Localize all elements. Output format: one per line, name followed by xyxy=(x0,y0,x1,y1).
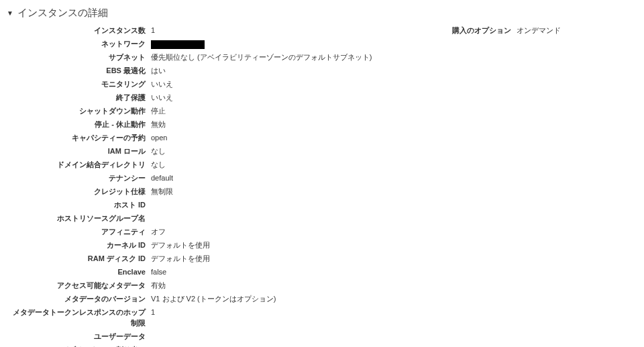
detail-row: Enclavefalse xyxy=(7,266,449,277)
detail-label: テナンシー xyxy=(7,172,151,183)
detail-row: テナンシーdefault xyxy=(7,172,449,183)
detail-label: モニタリング xyxy=(7,79,151,89)
detail-value: 無制限 xyxy=(151,186,449,197)
detail-label: EBS 最適化 xyxy=(7,65,151,76)
detail-value: はい xyxy=(151,65,449,76)
detail-row: メタデータのバージョンV1 および V2 (トークンはオプション) xyxy=(7,293,449,304)
detail-row: ホスト ID xyxy=(7,199,449,210)
detail-value: なし xyxy=(151,159,449,170)
detail-label: アフィニティ xyxy=(7,226,151,237)
detail-row: パブリック IP の割り当てはい xyxy=(7,344,449,347)
detail-label: RAM ディスク ID xyxy=(7,253,151,264)
detail-value: open xyxy=(151,132,449,143)
detail-value: false xyxy=(151,266,449,277)
detail-value: はい xyxy=(151,344,449,347)
detail-row: ユーザーデータ xyxy=(7,331,449,342)
detail-value: 1 xyxy=(151,25,449,36)
detail-label: 停止 - 休止動作 xyxy=(7,119,151,130)
detail-label: サブネット xyxy=(7,52,151,62)
detail-row: ドメイン結合ディレクトリなし xyxy=(7,159,449,170)
details-column-side: 購入のオプション オンデマンド xyxy=(449,25,637,347)
detail-value: いいえ xyxy=(151,92,449,103)
collapse-triangle-icon: ▼ xyxy=(7,9,13,17)
detail-label: ドメイン結合ディレクトリ xyxy=(7,159,151,170)
detail-row: クレジット仕様無制限 xyxy=(7,186,449,197)
detail-value: なし xyxy=(151,146,449,156)
detail-row: モニタリングいいえ xyxy=(7,79,449,89)
detail-row: インスタンス数1 xyxy=(7,25,449,36)
detail-row: 停止 - 休止動作無効 xyxy=(7,119,449,130)
purchase-option-value: オンデマンド xyxy=(517,25,637,36)
detail-label: シャットダウン動作 xyxy=(7,105,151,116)
detail-label: キャパシティーの予約 xyxy=(7,132,151,143)
detail-row: カーネル IDデフォルトを使用 xyxy=(7,240,449,250)
section-title: インスタンスの詳細 xyxy=(17,7,108,19)
details-grid: インスタンス数1ネットワークサブネット優先順位なし (アベイラビリティーゾーンの… xyxy=(7,25,637,347)
detail-label: ホスト ID xyxy=(7,199,151,210)
detail-label: インスタンス数 xyxy=(7,25,151,36)
detail-row: サブネット優先順位なし (アベイラビリティーゾーンのデフォルトサブネット) xyxy=(7,52,449,62)
detail-value: デフォルトを使用 xyxy=(151,253,449,264)
detail-value: 停止 xyxy=(151,105,449,116)
detail-value: default xyxy=(151,172,449,183)
detail-value: 1 xyxy=(151,307,449,317)
detail-row: キャパシティーの予約open xyxy=(7,132,449,143)
detail-value: 優先順位なし (アベイラビリティーゾーンのデフォルトサブネット) xyxy=(151,52,449,62)
redacted-value xyxy=(151,40,205,49)
detail-label: 終了保護 xyxy=(7,92,151,103)
detail-label: ホストリソースグループ名 xyxy=(7,213,151,224)
detail-label: メタデータのバージョン xyxy=(7,293,151,304)
detail-label: クレジット仕様 xyxy=(7,186,151,197)
detail-value: 無効 xyxy=(151,119,449,130)
detail-row: アフィニティオフ xyxy=(7,226,449,237)
detail-row: シャットダウン動作停止 xyxy=(7,105,449,116)
detail-row: EBS 最適化はい xyxy=(7,65,449,76)
detail-row: RAM ディスク IDデフォルトを使用 xyxy=(7,253,449,264)
detail-row: ホストリソースグループ名 xyxy=(7,213,449,224)
instance-details-header[interactable]: ▼ インスタンスの詳細 xyxy=(7,7,637,19)
detail-value: デフォルトを使用 xyxy=(151,240,449,250)
purchase-option-label: 購入のオプション xyxy=(449,25,517,36)
details-column-main: インスタンス数1ネットワークサブネット優先順位なし (アベイラビリティーゾーンの… xyxy=(7,25,449,347)
detail-label: カーネル ID xyxy=(7,240,151,250)
detail-row: メタデータトークンレスポンスのホップ制限1 xyxy=(7,307,449,328)
detail-row: 終了保護いいえ xyxy=(7,92,449,103)
detail-row: アクセス可能なメタデータ有効 xyxy=(7,280,449,291)
detail-label: Enclave xyxy=(7,266,151,277)
detail-label: メタデータトークンレスポンスのホップ制限 xyxy=(7,307,151,328)
instance-details-section: ▼ インスタンスの詳細 インスタンス数1ネットワークサブネット優先順位なし (ア… xyxy=(0,0,644,347)
detail-label: ネットワーク xyxy=(7,38,151,49)
detail-label: アクセス可能なメタデータ xyxy=(7,280,151,291)
detail-row: IAM ロールなし xyxy=(7,146,449,156)
detail-value: いいえ xyxy=(151,79,449,89)
detail-value: V1 および V2 (トークンはオプション) xyxy=(151,293,449,304)
detail-value xyxy=(151,38,449,49)
detail-label: ユーザーデータ xyxy=(7,331,151,342)
detail-row: ネットワーク xyxy=(7,38,449,49)
purchase-option-row: 購入のオプション オンデマンド xyxy=(449,25,637,36)
detail-label: IAM ロール xyxy=(7,146,151,156)
detail-label: パブリック IP の割り当て xyxy=(7,344,151,347)
detail-value: オフ xyxy=(151,226,449,237)
detail-value: 有効 xyxy=(151,280,449,291)
